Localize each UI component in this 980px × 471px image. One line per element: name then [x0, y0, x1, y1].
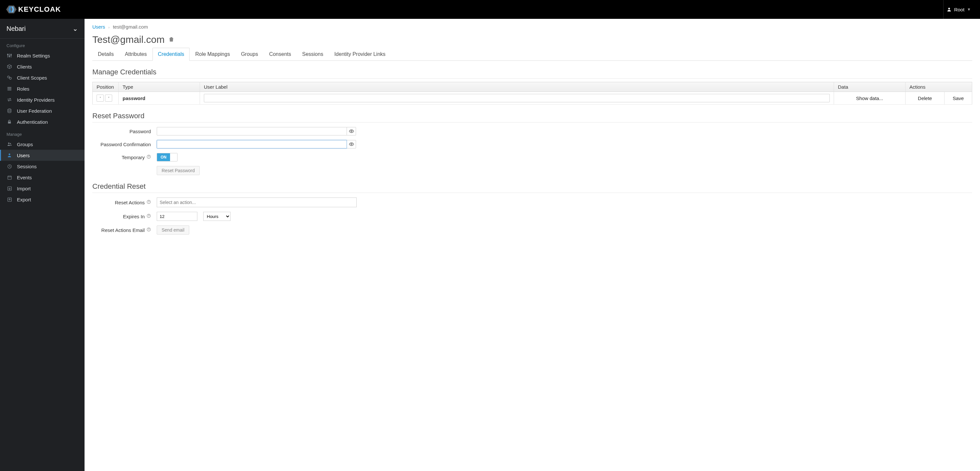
sidebar-item-clients[interactable]: Clients	[0, 61, 84, 72]
sidebar-item-authentication[interactable]: Authentication	[0, 116, 84, 127]
section-manage-title: Manage	[0, 127, 84, 139]
password-confirm-input[interactable]	[157, 140, 347, 148]
breadcrumb-parent[interactable]: Users	[92, 24, 105, 30]
list-icon	[6, 86, 12, 92]
user-label: Root	[954, 7, 964, 12]
th-position: Position	[93, 82, 119, 92]
svg-point-7	[8, 54, 8, 55]
move-up-button[interactable]: ˄	[97, 95, 104, 101]
help-icon[interactable]	[146, 200, 151, 205]
user-menu[interactable]: Root ▼	[943, 0, 974, 19]
tab-attributes[interactable]: Attributes	[119, 48, 153, 61]
svg-point-8	[9, 56, 10, 57]
svg-point-11	[10, 77, 11, 79]
breadcrumb-sep: ›	[108, 25, 110, 29]
brand-logo[interactable]: KEYCLOAK	[6, 5, 61, 14]
svg-rect-12	[8, 87, 11, 88]
sidebar-item-label: Realm Settings	[17, 53, 50, 59]
svg-point-27	[351, 131, 352, 132]
toggle-password-visibility[interactable]	[347, 127, 356, 135]
sidebar-item-client-scopes[interactable]: Client Scopes	[0, 72, 84, 83]
user-icon	[6, 152, 12, 158]
credentials-table: Position Type User Label Data Actions ˄ …	[92, 82, 972, 105]
exchange-icon	[6, 97, 12, 103]
expires-label: Expires In	[92, 214, 151, 219]
svg-rect-14	[8, 90, 11, 90]
sidebar-item-label: Authentication	[17, 119, 48, 125]
show-data-link[interactable]: Show data...	[834, 92, 905, 105]
svg-rect-13	[8, 88, 11, 89]
reset-actions-select[interactable]	[157, 198, 357, 207]
password-confirm-label: Password Confirmation	[92, 142, 151, 147]
tabs: Details Attributes Credentials Role Mapp…	[92, 48, 972, 61]
section-configure-title: Configure	[0, 39, 84, 50]
section-reset-password: Reset Password	[92, 112, 972, 122]
user-label-input[interactable]	[204, 94, 830, 102]
delete-user-icon[interactable]	[169, 36, 174, 44]
breadcrumb: Users › test@gmail.com	[92, 24, 972, 30]
password-input[interactable]	[157, 127, 347, 135]
sidebar-item-groups[interactable]: Groups	[0, 139, 84, 150]
sidebar-item-label: Groups	[17, 142, 33, 147]
sliders-icon	[6, 52, 12, 59]
delete-cred-link[interactable]: Delete	[905, 92, 945, 105]
page-title: Test@gmail.com	[92, 34, 972, 45]
sidebar-item-import[interactable]: Import	[0, 183, 84, 194]
sidebar-item-identity-providers[interactable]: Identity Providers	[0, 94, 84, 105]
tab-details[interactable]: Details	[92, 48, 119, 61]
svg-point-9	[11, 55, 12, 56]
svg-point-28	[351, 144, 352, 145]
chevron-down-icon: ▼	[967, 7, 971, 12]
temporary-label: Temporary	[92, 155, 151, 160]
realm-selector[interactable]: Nebari ⌄	[0, 19, 84, 39]
sidebar-item-users[interactable]: Users	[0, 150, 84, 161]
svg-point-15	[8, 109, 11, 110]
th-type: Type	[119, 82, 200, 92]
sidebar-item-label: Events	[17, 175, 32, 180]
lock-icon	[6, 119, 12, 125]
svg-point-19	[9, 154, 10, 155]
svg-point-17	[8, 143, 10, 144]
sidebar-item-events[interactable]: Events	[0, 172, 84, 183]
realm-name: Nebari	[6, 25, 26, 32]
sidebar-item-realm-settings[interactable]: Realm Settings	[0, 50, 84, 61]
section-credential-reset: Credential Reset	[92, 182, 972, 193]
tab-sessions[interactable]: Sessions	[296, 48, 329, 61]
password-label: Password	[92, 128, 151, 134]
sidebar-item-export[interactable]: Export	[0, 194, 84, 205]
main-content: Users › test@gmail.com Test@gmail.com De…	[84, 19, 980, 471]
save-cred-link[interactable]: Save	[945, 92, 972, 105]
reset-password-button[interactable]: Reset Password	[157, 166, 200, 175]
tab-role-mappings[interactable]: Role Mappings	[189, 48, 235, 61]
sidebar-item-roles[interactable]: Roles	[0, 83, 84, 94]
sidebar-item-user-federation[interactable]: User Federation	[0, 105, 84, 116]
temporary-toggle[interactable]: ON	[157, 153, 178, 162]
import-icon	[6, 186, 12, 191]
help-icon[interactable]	[146, 155, 151, 160]
help-icon[interactable]	[146, 227, 151, 233]
tab-consents[interactable]: Consents	[264, 48, 297, 61]
tab-credentials[interactable]: Credentials	[153, 48, 190, 61]
expires-value-input[interactable]	[157, 212, 197, 221]
cred-type: password	[123, 95, 145, 101]
tab-idp-links[interactable]: Identity Provider Links	[329, 48, 391, 61]
reset-email-label: Reset Actions Email	[92, 227, 151, 233]
toggle-confirm-visibility[interactable]	[347, 140, 356, 148]
sidebar-item-label: Users	[17, 153, 30, 158]
send-email-button[interactable]: Send email	[157, 225, 189, 235]
sidebar-item-label: Client Scopes	[17, 75, 47, 81]
expires-unit-select[interactable]: Hours	[203, 212, 231, 221]
sidebar-item-label: Import	[17, 186, 31, 191]
sidebar: Nebari ⌄ Configure Realm Settings Client…	[0, 19, 84, 471]
move-down-button[interactable]: ˅	[105, 95, 112, 101]
tab-groups[interactable]: Groups	[235, 48, 263, 61]
sidebar-item-sessions[interactable]: Sessions	[0, 161, 84, 172]
cube-icon	[6, 63, 12, 70]
credential-row: ˄ ˅ password Show data... Delete Save	[93, 92, 972, 105]
database-icon	[6, 108, 12, 114]
svg-point-18	[10, 143, 11, 144]
chevron-down-icon: ⌄	[73, 25, 78, 32]
user-icon	[947, 7, 951, 12]
th-user-label: User Label	[200, 82, 834, 92]
help-icon[interactable]	[146, 214, 151, 219]
